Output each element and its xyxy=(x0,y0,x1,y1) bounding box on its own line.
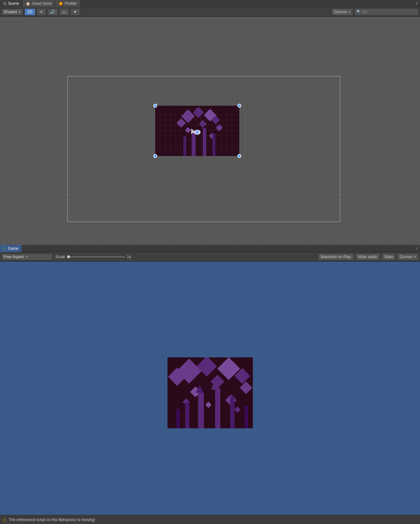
svg-rect-30 xyxy=(198,393,204,428)
tab-game-label: Game xyxy=(8,246,19,251)
status-message: The referenced script on this Behaviour … xyxy=(9,518,95,522)
search-icon: 🔍 xyxy=(357,10,361,14)
gizmos-chevron: ▼ xyxy=(348,10,351,14)
scene-panel-menu-btn[interactable]: ≡ xyxy=(414,0,420,7)
search-all-label: All xyxy=(362,10,367,14)
game-gizmos-label: Gizmos xyxy=(399,255,413,259)
tab-profiler[interactable]: 🔶 Profiler xyxy=(55,0,81,7)
scene-panel: ⊞ Scene 🏠 Asset Store 🔶 Profiler ≡ Shade… xyxy=(0,0,420,245)
svg-rect-6 xyxy=(216,124,223,131)
game-panel-menu-btn[interactable]: ≡ xyxy=(414,245,420,252)
mute-label: Mute audio xyxy=(358,255,377,259)
tab-profiler-label: Profiler xyxy=(65,1,77,6)
svg-rect-1 xyxy=(181,109,195,123)
handle-bottom-right[interactable] xyxy=(237,154,241,158)
image-icon: ▭ xyxy=(62,9,66,15)
svg-rect-31 xyxy=(215,388,220,428)
extra-btn[interactable]: ▼ xyxy=(71,8,80,15)
scene-art-svg xyxy=(155,106,239,156)
scene-search[interactable]: 🔍 All xyxy=(354,8,419,15)
audio-btn[interactable]: 🔊 xyxy=(47,8,58,15)
tab-game[interactable]: © Game xyxy=(0,245,22,252)
tab-scene[interactable]: ⊞ Scene xyxy=(0,0,23,7)
game-gizmos-btn[interactable]: Gizmos ▼ xyxy=(397,253,419,260)
scale-label: Scale xyxy=(55,255,65,259)
game-art-svg xyxy=(167,357,253,428)
svg-rect-9 xyxy=(209,133,215,139)
scene-game-object[interactable] xyxy=(155,106,239,156)
status-bar: ⚠ The referenced script on this Behaviou… xyxy=(0,515,420,524)
shading-label: Shaded xyxy=(4,10,17,14)
game-tab-bar: © Game ≡ xyxy=(0,245,420,252)
free-aspect-chevron: ▼ xyxy=(25,255,28,258)
game-circle-icon: © xyxy=(3,246,6,251)
tab-spacer xyxy=(81,0,414,7)
svg-rect-5 xyxy=(177,118,186,128)
extra-icon: ▼ xyxy=(73,10,77,14)
game-viewport xyxy=(0,262,420,524)
scale-slider-thumb[interactable] xyxy=(67,255,70,258)
shading-chevron: ▼ xyxy=(18,10,21,14)
sun-btn[interactable]: ☀ xyxy=(37,8,46,15)
game-gizmos-chevron: ▼ xyxy=(414,255,416,258)
svg-rect-8 xyxy=(185,127,191,133)
svg-rect-7 xyxy=(199,120,207,128)
sun-icon: ☀ xyxy=(40,10,43,14)
svg-rect-33 xyxy=(230,396,234,428)
stats-label: Stats xyxy=(384,255,393,259)
tab-asset-store-label: Asset Store xyxy=(32,1,52,6)
svg-rect-13 xyxy=(213,134,215,156)
asset-store-icon: 🏠 xyxy=(26,2,30,6)
tab-scene-label: Scene xyxy=(8,1,19,6)
camera-rect xyxy=(67,76,340,222)
scene-tab-bar: ⊞ Scene 🏠 Asset Store 🔶 Profiler ≡ xyxy=(0,0,420,7)
2d-mode-btn[interactable]: 2D xyxy=(24,8,35,15)
gizmos-btn[interactable]: Gizmos ▼ xyxy=(331,8,353,15)
svg-marker-16 xyxy=(191,129,194,134)
svg-rect-35 xyxy=(245,406,248,428)
speaker-icon: 🔊 xyxy=(50,10,55,14)
svg-rect-2 xyxy=(193,107,204,118)
svg-rect-4 xyxy=(212,116,220,124)
game-tab-spacer xyxy=(22,245,414,252)
svg-rect-34 xyxy=(177,409,180,428)
free-aspect-select[interactable]: Free Aspect ▼ xyxy=(1,253,53,260)
scene-toolbar-right: Gizmos ▼ 🔍 All xyxy=(331,8,419,15)
scale-value: 1x xyxy=(127,255,131,259)
game-panel: © Game ≡ Free Aspect ▼ Scale 1x Maximize… xyxy=(0,245,420,524)
scene-toolbar: Shaded ▼ 2D ☀ 🔊 ▭ ▼ Gizmos ▼ 🔍 All xyxy=(0,7,420,17)
tab-asset-store[interactable]: 🏠 Asset Store xyxy=(23,0,55,7)
image-btn[interactable]: ▭ xyxy=(59,8,69,15)
game-toolbar-right: Maximize on Play Mute audio Stats Gizmos… xyxy=(318,253,419,260)
svg-rect-32 xyxy=(185,403,189,428)
mute-audio-btn[interactable]: Mute audio xyxy=(355,253,380,260)
warning-icon: ⚠ xyxy=(3,517,7,522)
svg-point-15 xyxy=(196,130,199,134)
scale-area: Scale 1x xyxy=(55,255,131,259)
profiler-icon: 🔶 xyxy=(59,2,63,6)
scene-hash-icon: ⊞ xyxy=(3,1,6,6)
free-aspect-label: Free Aspect xyxy=(4,255,24,259)
maximize-on-play-btn[interactable]: Maximize on Play xyxy=(318,253,354,260)
svg-rect-11 xyxy=(203,128,206,156)
game-toolbar: Free Aspect ▼ Scale 1x Maximize on Play … xyxy=(0,252,420,262)
handle-top-left[interactable] xyxy=(153,104,157,108)
svg-point-14 xyxy=(194,130,201,135)
stats-btn[interactable]: Stats xyxy=(381,253,396,260)
shading-select[interactable]: Shaded ▼ xyxy=(1,8,23,15)
maximize-label: Maximize on Play xyxy=(321,255,351,259)
scale-slider[interactable] xyxy=(67,256,125,257)
handle-bottom-left[interactable] xyxy=(153,154,157,158)
handle-top-right[interactable] xyxy=(237,104,241,108)
svg-rect-12 xyxy=(184,136,186,156)
gizmos-label: Gizmos xyxy=(334,10,347,14)
game-art-container xyxy=(167,357,253,428)
scene-viewport[interactable] xyxy=(0,17,420,245)
svg-rect-3 xyxy=(204,109,216,121)
svg-rect-10 xyxy=(192,131,196,156)
svg-rect-0 xyxy=(169,106,225,156)
